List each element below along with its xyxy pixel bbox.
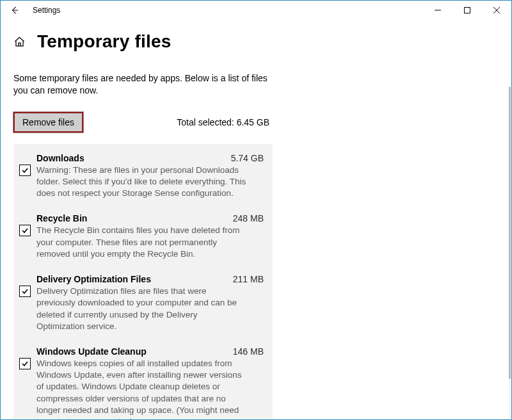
- intro-text: Some temporary files are needed by apps.…: [13, 72, 269, 97]
- checkbox-delivery-optimization[interactable]: [19, 286, 31, 297]
- remove-files-button[interactable]: Remove files: [13, 112, 83, 133]
- titlebar: Settings: [1, 1, 511, 20]
- item-size: 248 MB: [233, 213, 265, 223]
- item-head: Downloads 5.74 GB: [36, 153, 265, 163]
- checkbox-windows-update-cleanup[interactable]: [19, 358, 31, 369]
- item-size: 211 MB: [233, 274, 265, 284]
- checkmark-icon: [21, 227, 29, 234]
- close-button[interactable]: [482, 1, 511, 20]
- settings-window: Settings Temporary files So: [0, 0, 512, 420]
- back-button[interactable]: [6, 1, 24, 19]
- total-selected-value: 6.45 GB: [237, 117, 269, 127]
- vertical-scrollbar[interactable]: [509, 86, 511, 419]
- item-head: Delivery Optimization Files 211 MB: [36, 274, 265, 284]
- arrow-left-icon: [10, 6, 19, 15]
- checkbox-downloads[interactable]: [19, 165, 31, 176]
- action-row: Remove files Total selected: 6.45 GB: [13, 112, 269, 133]
- content-area: Temporary files Some temporary files are…: [1, 20, 511, 419]
- checkmark-icon: [21, 166, 29, 174]
- item-title: Delivery Optimization Files: [36, 274, 151, 284]
- item-desc: The Recycle Bin contains files you have …: [36, 225, 248, 260]
- item-desc: Delivery Optimization files are files th…: [36, 286, 248, 332]
- item-size: 146 MB: [233, 346, 265, 357]
- scrollbar-thumb[interactable]: [509, 86, 511, 379]
- close-icon: [493, 7, 500, 13]
- checkbox-wrap: [19, 153, 31, 176]
- item-head: Recycle Bin 248 MB: [36, 213, 265, 223]
- minimize-button[interactable]: [423, 1, 452, 20]
- checkmark-icon: [21, 360, 29, 368]
- app-title: Settings: [33, 6, 60, 15]
- item-body: Delivery Optimization Files 211 MB Deliv…: [31, 274, 265, 332]
- svg-rect-2: [465, 8, 470, 13]
- checkbox-wrap: [19, 213, 31, 236]
- home-icon[interactable]: [13, 36, 26, 48]
- item-body: Recycle Bin 248 MB The Recycle Bin conta…: [31, 213, 265, 260]
- item-title: Downloads: [36, 153, 84, 163]
- item-desc: Warning: These are files in your persona…: [36, 165, 248, 200]
- page-header: Temporary files: [13, 31, 511, 52]
- minimize-icon: [435, 7, 441, 13]
- checkbox-wrap: [19, 274, 31, 297]
- item-title: Recycle Bin: [36, 213, 87, 223]
- file-category-list: Downloads 5.74 GB Warning: These are fil…: [13, 144, 273, 419]
- item-title: Windows Update Cleanup: [36, 346, 147, 357]
- item-head: Windows Update Cleanup 146 MB: [36, 346, 265, 357]
- list-item: Downloads 5.74 GB Warning: These are fil…: [19, 153, 265, 200]
- checkbox-wrap: [19, 346, 31, 369]
- maximize-icon: [464, 7, 470, 13]
- page-title: Temporary files: [37, 31, 171, 52]
- checkbox-recycle-bin[interactable]: [19, 225, 31, 236]
- item-desc: Windows keeps copies of all installed up…: [36, 358, 248, 419]
- checkmark-icon: [21, 287, 29, 295]
- item-body: Windows Update Cleanup 146 MB Windows ke…: [31, 346, 265, 419]
- list-item: Delivery Optimization Files 211 MB Deliv…: [19, 274, 265, 332]
- window-controls: [423, 1, 511, 20]
- total-selected-prefix: Total selected:: [177, 117, 236, 127]
- total-selected-label: Total selected: 6.45 GB: [177, 117, 269, 127]
- item-size: 5.74 GB: [231, 153, 265, 163]
- list-item: Windows Update Cleanup 146 MB Windows ke…: [19, 346, 265, 419]
- list-item: Recycle Bin 248 MB The Recycle Bin conta…: [19, 213, 265, 260]
- item-body: Downloads 5.74 GB Warning: These are fil…: [31, 153, 265, 200]
- maximize-button[interactable]: [452, 1, 482, 20]
